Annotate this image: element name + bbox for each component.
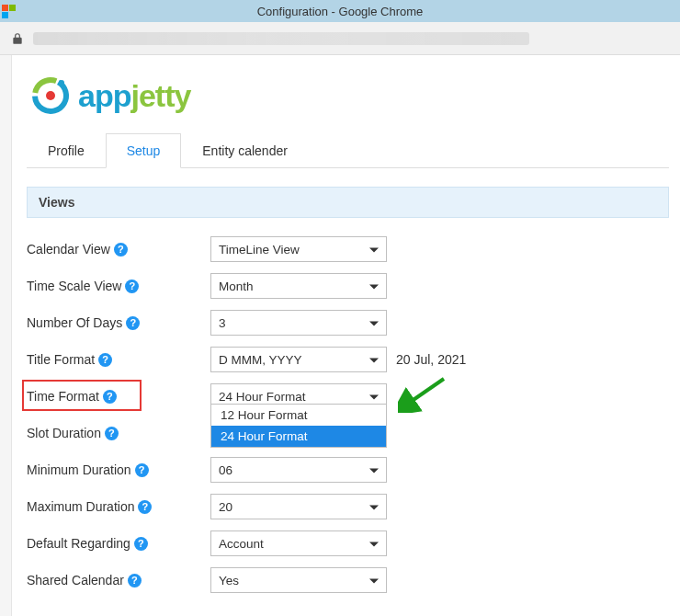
- row-maximum-duration: Maximum Duration ? 20: [27, 488, 669, 525]
- logo-mark-icon: [30, 75, 71, 116]
- tab-entity-calendar[interactable]: Entity calender: [181, 133, 309, 168]
- help-icon[interactable]: ?: [114, 243, 128, 257]
- label-time-scale-view: Time Scale View ?: [27, 279, 210, 293]
- help-icon[interactable]: ?: [126, 316, 140, 330]
- section-head-views: Views: [27, 187, 669, 218]
- address-bar: [0, 22, 680, 55]
- row-time-scale-view: Time Scale View ? Month: [27, 268, 669, 304]
- tab-profile[interactable]: Profile: [27, 133, 106, 168]
- row-default-regarding: Default Regarding ? Account: [27, 525, 669, 562]
- help-icon[interactable]: ?: [138, 500, 152, 514]
- help-icon[interactable]: ?: [98, 353, 112, 367]
- dropdown-option-12-hour[interactable]: 12 Hour Format: [211, 405, 386, 426]
- url-blurred: [33, 32, 529, 45]
- help-icon[interactable]: ?: [105, 427, 119, 440]
- title-format-hint: 20 Jul, 2021: [396, 352, 466, 367]
- label-minimum-duration: Minimum Duration ?: [27, 462, 210, 477]
- label-number-of-days: Number Of Days ?: [27, 315, 210, 330]
- select-time-scale-view[interactable]: Month: [210, 273, 387, 299]
- form: Calendar View ? TimeLine View Time Scale…: [27, 218, 669, 599]
- label-maximum-duration: Maximum Duration ?: [27, 499, 210, 514]
- titlebar-left: [0, 5, 16, 18]
- row-title-format: Title Format ? D MMM, YYYY 20 Jul, 2021: [27, 341, 669, 378]
- appjetty-logo: appjetty: [27, 66, 669, 132]
- label-title-format: Title Format ?: [27, 352, 210, 367]
- select-title-format[interactable]: D MMM, YYYY: [210, 347, 387, 372]
- help-icon[interactable]: ?: [134, 537, 148, 551]
- app-window: Configuration - Google Chrome appjetty P…: [0, 0, 680, 616]
- row-time-format: Time Format ? 24 Hour Format 12 Hour For…: [27, 378, 669, 415]
- help-icon[interactable]: ?: [128, 574, 142, 587]
- select-minimum-duration[interactable]: 06: [210, 457, 387, 483]
- select-default-regarding[interactable]: Account: [210, 530, 387, 556]
- help-icon[interactable]: ?: [103, 390, 117, 404]
- svg-point-3: [59, 80, 64, 86]
- row-minimum-duration: Minimum Duration ? 06: [27, 451, 669, 488]
- select-maximum-duration[interactable]: 20: [210, 494, 387, 519]
- time-format-dropdown: 12 Hour Format 24 Hour Format: [210, 404, 387, 448]
- row-shared-calendar: Shared Calendar ? Yes: [27, 562, 669, 599]
- help-icon[interactable]: ?: [135, 463, 149, 477]
- label-slot-duration: Slot Duration ?: [27, 426, 210, 440]
- label-shared-calendar: Shared Calendar ?: [27, 573, 210, 587]
- select-number-of-days[interactable]: 3: [210, 310, 387, 336]
- row-number-of-days: Number Of Days ? 3: [27, 304, 669, 341]
- titlebar: Configuration - Google Chrome: [0, 0, 680, 22]
- svg-point-2: [46, 91, 55, 100]
- logo-text: appjetty: [78, 78, 190, 114]
- select-shared-calendar[interactable]: Yes: [210, 567, 387, 593]
- label-time-format: Time Format ?: [27, 389, 210, 404]
- dropdown-option-24-hour[interactable]: 24 Hour Format: [211, 426, 386, 447]
- windows-icon: [2, 5, 16, 18]
- label-calendar-view: Calendar View ?: [27, 242, 210, 257]
- page-content: appjetty Profile Setup Entity calender V…: [11, 55, 680, 616]
- svg-line-4: [405, 379, 444, 405]
- tab-setup[interactable]: Setup: [106, 133, 182, 168]
- tabs: Profile Setup Entity calender: [27, 132, 669, 168]
- annotation-arrow-icon: [398, 376, 449, 413]
- row-calendar-view: Calendar View ? TimeLine View: [27, 231, 669, 268]
- window-title: Configuration - Google Chrome: [257, 5, 424, 18]
- help-icon[interactable]: ?: [125, 279, 139, 293]
- lock-icon: [11, 32, 24, 45]
- select-calendar-view[interactable]: TimeLine View: [210, 236, 387, 262]
- label-default-regarding: Default Regarding ?: [27, 536, 210, 551]
